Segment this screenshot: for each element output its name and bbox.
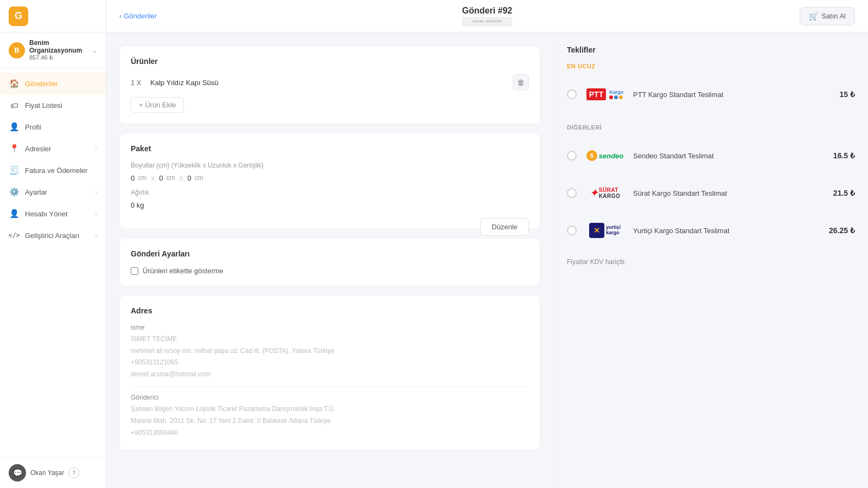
sidebar-item-label: Gönderiler [25,80,97,88]
sidebar-item-label: Adresler [25,145,95,153]
user-name: Okan Yaşar [30,469,64,477]
product-qty: 1 X [131,79,144,87]
add-product-button[interactable]: + Ürün Ekle [131,97,184,113]
topbar: ‹ Gönderiler Gönderi #92 ••••• ••••••• 🛒… [106,0,868,33]
yurtici-logo: ✕ yurtiçi kargo [583,220,627,241]
surat-logo: ✦ SÜRAT KARGO [583,182,627,204]
sidebar-item-fatura[interactable]: 🧾 Fatura ve Ödemeler [0,159,106,181]
user-icon: 👤 [9,121,20,132]
delete-product-button[interactable]: 🗑 [513,74,529,91]
org-info: Benim Organizasyonum 857.46 ₺ [29,39,92,61]
org-avatar: B [9,42,25,59]
dim-length: 0 cm [159,174,175,182]
offer-item-sendeo: S sendeo Sendeo Standart Teslimat 16.5 ₺ [567,137,855,175]
shipment-settings-section: Gönderi Ayarları Ürünleri etikette göste… [119,238,540,286]
product-row: 1 X Kalp Yıldız Kapı Süsü 🗑 [131,74,529,91]
sidebar-item-ayarlar[interactable]: ⚙️ Ayarlar › [0,181,106,203]
company-label: Gönderici [131,394,529,401]
checkbox-label: Ürünleri etikette gösterme [143,267,224,275]
org-balance: 857.46 ₺ [29,54,92,61]
code-icon: </> [9,230,20,241]
sidebar-item-label: Profil [25,123,97,131]
offer-radio-sendeo[interactable] [567,151,577,160]
sidebar: G B Benim Organizasyonum 857.46 ₺ ⌄ 🏠 Gö… [0,0,106,488]
dimensions-row: 0 cm x 0 cm x 0 cm [131,174,529,182]
nav-menu: 🏠 Gönderiler 🏷 Fiyat Listesi 👤 Profil 📍 … [0,68,106,457]
offers-panel: Teklifler EN UCUZ PTT Kargo [553,33,868,488]
sidebar-footer: 💬 Okan Yaşar ? [0,457,106,488]
chevron-right-icon: › [95,232,97,239]
help-icon[interactable]: ? [68,467,79,478]
cart-icon: 🛒 [809,12,818,21]
company-name: Şahsen Bilgen Yocom Lojistik Ticaret Paz… [131,403,529,415]
company-address: Maisne Mah. 2011 Sk. No: 17 Yeni 2 Daire… [131,415,529,427]
address-phone: +905313121065 [131,357,529,369]
kdv-note: Fiyatlar KDV hariçtir. [567,258,855,266]
address-section: Adres isme İSMET TECİME mehmet ali ersoy… [119,295,540,450]
dim-length-unit: cm [166,174,175,182]
ptt-logo: PTT Kargo [583,84,627,105]
logo-icon: G [9,7,28,26]
sidebar-item-profil[interactable]: 👤 Profil [0,116,106,138]
shipment-settings-title: Gönderi Ayarları [131,249,529,258]
tag-icon: 🏷 [9,100,20,111]
sidebar-item-fiyat-listesi[interactable]: 🏷 Fiyat Listesi [0,94,106,116]
chat-button[interactable]: 💬 [9,464,26,481]
package-section: Paket Boyutlar (cm) (Yükseklik x Uzunluk… [119,133,540,229]
show-products-checkbox[interactable] [131,267,138,275]
sidebar-logo: G [0,0,106,33]
chevron-right-icon: › [95,189,97,195]
sidebar-item-gelistirici[interactable]: </> Geliştirici Araçları › [0,224,106,246]
sidebar-item-label: Fiyat Listesi [25,101,97,110]
offer-name-yurtici: Yurtiçi Kargo Standart Teslimat [633,227,822,235]
address-line: mehmet ali ersoy mh. milhat paşa cd. Cad… [131,345,529,357]
dim-width: 0 cm [187,174,203,182]
dim-length-value: 0 [159,174,163,182]
address-email: demet.arsma@hotmail.com [131,369,529,381]
recipient-label: isme [131,324,529,331]
buy-button[interactable]: 🛒 Satın Al [800,7,855,25]
receipt-icon: 🧾 [9,165,20,176]
products-section: Ürünler 1 X Kalp Yıldız Kapı Süsü 🗑 + Ür… [119,46,540,124]
offer-radio-yurtici[interactable] [567,226,577,235]
sidebar-item-adresler[interactable]: 📍 Adresler › [0,138,106,159]
offer-price-ptt: 15 ₺ [840,90,855,99]
sidebar-item-label: Ayarlar [25,188,95,196]
page-title: Gönderi #92 [462,6,512,16]
main-content: ‹ Gönderiler Gönderi #92 ••••• ••••••• 🛒… [106,0,868,488]
offer-radio-ptt[interactable] [567,89,577,99]
left-panel: Ürünler 1 X Kalp Yıldız Kapı Süsü 🗑 + Ür… [106,33,553,488]
sidebar-item-gonderiler[interactable]: 🏠 Gönderiler [0,73,106,94]
org-name: Benim Organizasyonum [29,39,92,54]
sidebar-item-hesabi-yonet[interactable]: 👤 Hesabı Yönet › [0,203,106,224]
topbar-actions: 🛒 Satın Al [800,7,855,25]
offer-name-sendeo: Sendeo Standart Teslimat [633,152,827,160]
chevron-left-icon: ‹ [119,12,122,20]
dim-sep-1: x [151,174,155,182]
dim-width-unit: cm [195,174,203,182]
dim-sep-2: x [179,174,183,182]
edit-button[interactable]: Düzenle [480,218,529,236]
sidebar-item-label: Hesabı Yönet [25,210,95,218]
offer-price-sendeo: 16.5 ₺ [833,151,855,160]
sidebar-item-label: Geliştirici Araçları [25,232,95,240]
address-title: Adres [131,306,529,315]
org-section[interactable]: B Benim Organizasyonum 857.46 ₺ ⌄ [0,33,106,68]
offer-radio-surat[interactable] [567,188,577,198]
chevron-right-icon: › [95,210,97,217]
dimensions-label: Boyutlar (cm) (Yükseklik x Uzunluk x Gen… [131,162,529,169]
buy-label: Satın Al [821,12,846,20]
checkbox-row: Ürünleri etikette gösterme [131,267,529,275]
cheapest-label: EN UCUZ [567,63,855,69]
weight-value: 0 kg [131,201,144,209]
settings-icon: ⚙️ [9,187,20,197]
offer-item-yurtici: ✕ yurtiçi kargo Yurtiçi Kargo Standart T… [567,212,855,249]
dim-height: 0 cm [131,174,146,182]
manage-icon: 👤 [9,208,20,219]
weight-row: Ağırlık 0 kg [131,189,529,209]
back-link[interactable]: ‹ Gönderiler [119,12,157,20]
add-product-label: + Ürün Ekle [139,101,176,109]
offer-item-surat: ✦ SÜRAT KARGO Sürat Kargo Standart Tesli… [567,175,855,212]
topbar-subtitle: ••••• ••••••• [462,17,512,27]
topbar-title: Gönderi #92 ••••• ••••••• [462,6,512,27]
